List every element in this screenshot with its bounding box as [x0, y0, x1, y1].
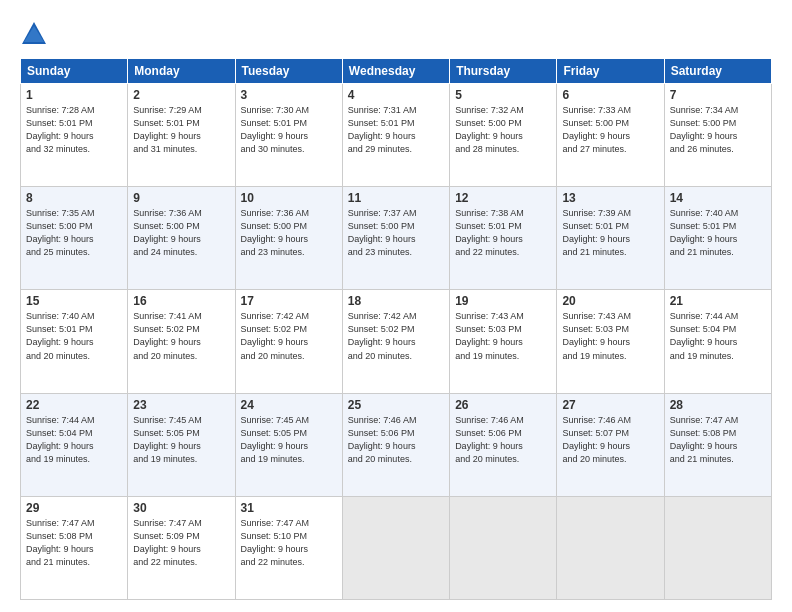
day-number: 7 — [670, 88, 766, 102]
day-info: Sunrise: 7:42 AMSunset: 5:02 PMDaylight:… — [241, 310, 337, 362]
day-info: Sunrise: 7:42 AMSunset: 5:02 PMDaylight:… — [348, 310, 444, 362]
table-row: 22Sunrise: 7:44 AMSunset: 5:04 PMDayligh… — [21, 393, 128, 496]
table-row: 19Sunrise: 7:43 AMSunset: 5:03 PMDayligh… — [450, 290, 557, 393]
day-number: 21 — [670, 294, 766, 308]
day-number: 28 — [670, 398, 766, 412]
day-info: Sunrise: 7:47 AMSunset: 5:09 PMDaylight:… — [133, 517, 229, 569]
table-row: 17Sunrise: 7:42 AMSunset: 5:02 PMDayligh… — [235, 290, 342, 393]
table-row: 14Sunrise: 7:40 AMSunset: 5:01 PMDayligh… — [664, 187, 771, 290]
day-info: Sunrise: 7:31 AMSunset: 5:01 PMDaylight:… — [348, 104, 444, 156]
table-row: 31Sunrise: 7:47 AMSunset: 5:10 PMDayligh… — [235, 496, 342, 599]
day-info: Sunrise: 7:45 AMSunset: 5:05 PMDaylight:… — [241, 414, 337, 466]
day-number: 25 — [348, 398, 444, 412]
day-number: 3 — [241, 88, 337, 102]
day-info: Sunrise: 7:38 AMSunset: 5:01 PMDaylight:… — [455, 207, 551, 259]
logo-icon — [20, 20, 48, 48]
calendar-week-row: 1Sunrise: 7:28 AMSunset: 5:01 PMDaylight… — [21, 84, 772, 187]
logo — [20, 20, 54, 48]
day-info: Sunrise: 7:36 AMSunset: 5:00 PMDaylight:… — [133, 207, 229, 259]
day-number: 17 — [241, 294, 337, 308]
day-number: 15 — [26, 294, 122, 308]
table-row: 11Sunrise: 7:37 AMSunset: 5:00 PMDayligh… — [342, 187, 449, 290]
day-info: Sunrise: 7:33 AMSunset: 5:00 PMDaylight:… — [562, 104, 658, 156]
day-info: Sunrise: 7:34 AMSunset: 5:00 PMDaylight:… — [670, 104, 766, 156]
calendar-week-row: 8Sunrise: 7:35 AMSunset: 5:00 PMDaylight… — [21, 187, 772, 290]
calendar-week-row: 22Sunrise: 7:44 AMSunset: 5:04 PMDayligh… — [21, 393, 772, 496]
table-row: 2Sunrise: 7:29 AMSunset: 5:01 PMDaylight… — [128, 84, 235, 187]
day-number: 8 — [26, 191, 122, 205]
calendar: Sunday Monday Tuesday Wednesday Thursday… — [20, 58, 772, 600]
day-info: Sunrise: 7:32 AMSunset: 5:00 PMDaylight:… — [455, 104, 551, 156]
day-info: Sunrise: 7:36 AMSunset: 5:00 PMDaylight:… — [241, 207, 337, 259]
col-sunday: Sunday — [21, 59, 128, 84]
table-row: 15Sunrise: 7:40 AMSunset: 5:01 PMDayligh… — [21, 290, 128, 393]
day-number: 20 — [562, 294, 658, 308]
day-info: Sunrise: 7:47 AMSunset: 5:08 PMDaylight:… — [670, 414, 766, 466]
table-row — [557, 496, 664, 599]
day-info: Sunrise: 7:28 AMSunset: 5:01 PMDaylight:… — [26, 104, 122, 156]
table-row: 18Sunrise: 7:42 AMSunset: 5:02 PMDayligh… — [342, 290, 449, 393]
table-row: 13Sunrise: 7:39 AMSunset: 5:01 PMDayligh… — [557, 187, 664, 290]
table-row: 4Sunrise: 7:31 AMSunset: 5:01 PMDaylight… — [342, 84, 449, 187]
col-monday: Monday — [128, 59, 235, 84]
table-row: 21Sunrise: 7:44 AMSunset: 5:04 PMDayligh… — [664, 290, 771, 393]
day-number: 13 — [562, 191, 658, 205]
table-row: 8Sunrise: 7:35 AMSunset: 5:00 PMDaylight… — [21, 187, 128, 290]
table-row — [342, 496, 449, 599]
day-number: 12 — [455, 191, 551, 205]
day-info: Sunrise: 7:43 AMSunset: 5:03 PMDaylight:… — [562, 310, 658, 362]
calendar-week-row: 29Sunrise: 7:47 AMSunset: 5:08 PMDayligh… — [21, 496, 772, 599]
table-row: 27Sunrise: 7:46 AMSunset: 5:07 PMDayligh… — [557, 393, 664, 496]
day-number: 16 — [133, 294, 229, 308]
calendar-header-row: Sunday Monday Tuesday Wednesday Thursday… — [21, 59, 772, 84]
day-info: Sunrise: 7:44 AMSunset: 5:04 PMDaylight:… — [26, 414, 122, 466]
day-number: 14 — [670, 191, 766, 205]
table-row: 10Sunrise: 7:36 AMSunset: 5:00 PMDayligh… — [235, 187, 342, 290]
header — [20, 16, 772, 48]
day-info: Sunrise: 7:40 AMSunset: 5:01 PMDaylight:… — [670, 207, 766, 259]
day-info: Sunrise: 7:44 AMSunset: 5:04 PMDaylight:… — [670, 310, 766, 362]
table-row — [450, 496, 557, 599]
day-number: 5 — [455, 88, 551, 102]
day-info: Sunrise: 7:39 AMSunset: 5:01 PMDaylight:… — [562, 207, 658, 259]
day-number: 1 — [26, 88, 122, 102]
day-info: Sunrise: 7:47 AMSunset: 5:08 PMDaylight:… — [26, 517, 122, 569]
day-number: 24 — [241, 398, 337, 412]
day-number: 31 — [241, 501, 337, 515]
table-row: 12Sunrise: 7:38 AMSunset: 5:01 PMDayligh… — [450, 187, 557, 290]
table-row: 26Sunrise: 7:46 AMSunset: 5:06 PMDayligh… — [450, 393, 557, 496]
table-row: 9Sunrise: 7:36 AMSunset: 5:00 PMDaylight… — [128, 187, 235, 290]
day-info: Sunrise: 7:40 AMSunset: 5:01 PMDaylight:… — [26, 310, 122, 362]
day-number: 2 — [133, 88, 229, 102]
day-info: Sunrise: 7:46 AMSunset: 5:06 PMDaylight:… — [455, 414, 551, 466]
col-saturday: Saturday — [664, 59, 771, 84]
day-number: 10 — [241, 191, 337, 205]
day-info: Sunrise: 7:43 AMSunset: 5:03 PMDaylight:… — [455, 310, 551, 362]
day-number: 4 — [348, 88, 444, 102]
day-number: 27 — [562, 398, 658, 412]
day-info: Sunrise: 7:45 AMSunset: 5:05 PMDaylight:… — [133, 414, 229, 466]
col-thursday: Thursday — [450, 59, 557, 84]
svg-marker-1 — [24, 26, 44, 42]
table-row: 30Sunrise: 7:47 AMSunset: 5:09 PMDayligh… — [128, 496, 235, 599]
table-row: 23Sunrise: 7:45 AMSunset: 5:05 PMDayligh… — [128, 393, 235, 496]
day-number: 23 — [133, 398, 229, 412]
table-row: 7Sunrise: 7:34 AMSunset: 5:00 PMDaylight… — [664, 84, 771, 187]
day-number: 29 — [26, 501, 122, 515]
table-row: 24Sunrise: 7:45 AMSunset: 5:05 PMDayligh… — [235, 393, 342, 496]
day-info: Sunrise: 7:37 AMSunset: 5:00 PMDaylight:… — [348, 207, 444, 259]
day-info: Sunrise: 7:29 AMSunset: 5:01 PMDaylight:… — [133, 104, 229, 156]
table-row: 6Sunrise: 7:33 AMSunset: 5:00 PMDaylight… — [557, 84, 664, 187]
col-friday: Friday — [557, 59, 664, 84]
day-info: Sunrise: 7:41 AMSunset: 5:02 PMDaylight:… — [133, 310, 229, 362]
day-number: 26 — [455, 398, 551, 412]
day-info: Sunrise: 7:47 AMSunset: 5:10 PMDaylight:… — [241, 517, 337, 569]
table-row: 29Sunrise: 7:47 AMSunset: 5:08 PMDayligh… — [21, 496, 128, 599]
calendar-week-row: 15Sunrise: 7:40 AMSunset: 5:01 PMDayligh… — [21, 290, 772, 393]
table-row: 1Sunrise: 7:28 AMSunset: 5:01 PMDaylight… — [21, 84, 128, 187]
day-number: 18 — [348, 294, 444, 308]
day-info: Sunrise: 7:35 AMSunset: 5:00 PMDaylight:… — [26, 207, 122, 259]
day-number: 9 — [133, 191, 229, 205]
day-info: Sunrise: 7:46 AMSunset: 5:06 PMDaylight:… — [348, 414, 444, 466]
table-row: 5Sunrise: 7:32 AMSunset: 5:00 PMDaylight… — [450, 84, 557, 187]
